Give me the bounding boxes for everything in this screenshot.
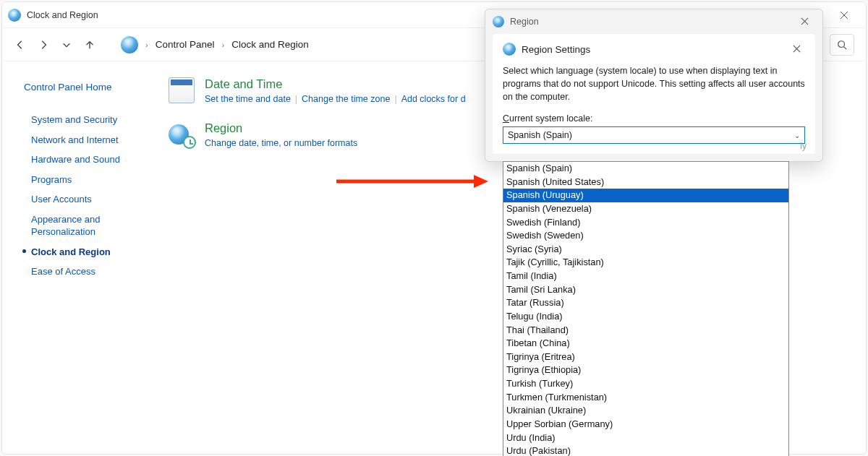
region-links: Change date, time, or number formats: [205, 138, 357, 148]
locale-option[interactable]: Ukrainian (Ukraine): [503, 404, 788, 418]
locale-option[interactable]: Spanish (Uruguay): [503, 189, 788, 202]
task-link[interactable]: Change date, time, or number formats: [205, 138, 357, 148]
task-link[interactable]: Change the time zone: [302, 94, 390, 104]
region-settings-panel: Region Settings Select which language (s…: [493, 34, 815, 154]
region-settings-description: Select which language (system locale) to…: [503, 64, 805, 103]
region-dialog-close-button[interactable]: [793, 17, 815, 27]
link-separator: |: [295, 94, 297, 104]
search-button[interactable]: [830, 34, 854, 56]
sidebar-item[interactable]: Network and Internet: [24, 130, 132, 150]
sidebar-item[interactable]: User Accounts: [24, 189, 132, 210]
system-locale-label: Current system locale:: [503, 113, 805, 124]
locale-option[interactable]: Spanish (Spain): [503, 162, 788, 176]
date-time-links: Set the time and date|Change the time zo…: [205, 94, 466, 104]
sidebar-item[interactable]: System and Security: [24, 110, 132, 130]
apply-button-partial[interactable]: ly: [800, 141, 807, 151]
sidebar-item[interactable]: Appearance and Personalization: [24, 210, 132, 242]
locale-option[interactable]: Tatar (Russia): [503, 296, 788, 310]
locale-option[interactable]: Swedish (Finland): [503, 216, 788, 230]
locale-option[interactable]: Tajik (Cyrillic, Tajikistan): [503, 256, 788, 270]
locale-option[interactable]: Tamil (Sri Lanka): [503, 283, 788, 297]
system-locale-selected: Spanish (Spain): [508, 130, 572, 140]
calendar-clock-icon: [169, 77, 195, 103]
breadcrumb-item-control-panel[interactable]: Control Panel: [156, 39, 215, 50]
sidebar: Control Panel Home System and SecurityNe…: [2, 61, 147, 454]
region-dialog-titlebar: Region: [485, 9, 822, 34]
chevron-down-icon: ⌄: [794, 132, 800, 139]
breadcrumb-separator: ›: [221, 40, 224, 49]
breadcrumb: › Control Panel › Clock and Region: [121, 36, 309, 53]
date-time-heading[interactable]: Date and Time: [205, 77, 466, 91]
forward-button[interactable]: [37, 38, 50, 51]
region-settings-title: Region Settings: [522, 44, 590, 55]
svg-line-5: [844, 46, 847, 49]
sidebar-item[interactable]: Hardware and Sound: [24, 150, 132, 170]
locale-option[interactable]: Thai (Thailand): [503, 324, 788, 337]
breadcrumb-item-clock-region[interactable]: Clock and Region: [231, 39, 309, 50]
locale-option[interactable]: Tibetan (China): [503, 337, 788, 350]
region-settings-close-button[interactable]: [788, 44, 805, 55]
window-title: Clock and Region: [27, 10, 98, 20]
control-panel-icon: [121, 36, 138, 53]
recent-dropdown[interactable]: [60, 38, 73, 51]
locale-option[interactable]: Urdu (India): [503, 431, 788, 445]
locale-option[interactable]: Urdu (Pakistan): [503, 444, 788, 456]
sidebar-item[interactable]: Ease of Access: [24, 262, 132, 282]
locale-option[interactable]: Tigrinya (Ethiopia): [503, 363, 788, 377]
up-button[interactable]: [83, 38, 96, 51]
svg-point-4: [838, 40, 845, 47]
globe-icon: [493, 16, 504, 27]
control-panel-home-link[interactable]: Control Panel Home: [24, 82, 132, 93]
globe-clock-icon: [169, 121, 195, 147]
locale-option[interactable]: Spanish (United States): [503, 176, 788, 189]
close-button[interactable]: [828, 4, 860, 26]
sidebar-item[interactable]: Clock and Region: [24, 242, 132, 262]
locale-option[interactable]: Turkmen (Turkmenistan): [503, 391, 788, 405]
globe-icon: [503, 43, 516, 56]
clock-region-icon: [8, 9, 21, 22]
task-link[interactable]: Set the time and date: [205, 94, 291, 104]
locale-option[interactable]: Syriac (Syria): [503, 243, 788, 257]
system-locale-combobox[interactable]: Spanish (Spain) ⌄: [503, 126, 805, 144]
locale-option[interactable]: Spanish (Venezuela): [503, 202, 788, 216]
locale-option[interactable]: Tigrinya (Eritrea): [503, 350, 788, 364]
locale-option[interactable]: Tamil (India): [503, 270, 788, 283]
region-dialog: Region Region Settings Select which lang…: [485, 9, 823, 162]
locale-option[interactable]: Swedish (Sweden): [503, 229, 788, 243]
locale-option[interactable]: Turkish (Turkey): [503, 377, 788, 391]
system-locale-dropdown[interactable]: Spanish (Spain)Spanish (United States)Sp…: [503, 161, 789, 456]
region-heading[interactable]: Region: [205, 121, 357, 135]
task-link[interactable]: Add clocks for d: [401, 94, 466, 104]
sidebar-item[interactable]: Programs: [24, 170, 132, 190]
breadcrumb-separator: ›: [145, 40, 148, 49]
locale-option[interactable]: Upper Sorbian (Germany): [503, 418, 788, 431]
locale-option[interactable]: Telugu (India): [503, 310, 788, 324]
region-dialog-title: Region: [510, 17, 539, 27]
back-button[interactable]: [14, 38, 27, 51]
link-separator: |: [394, 94, 396, 104]
